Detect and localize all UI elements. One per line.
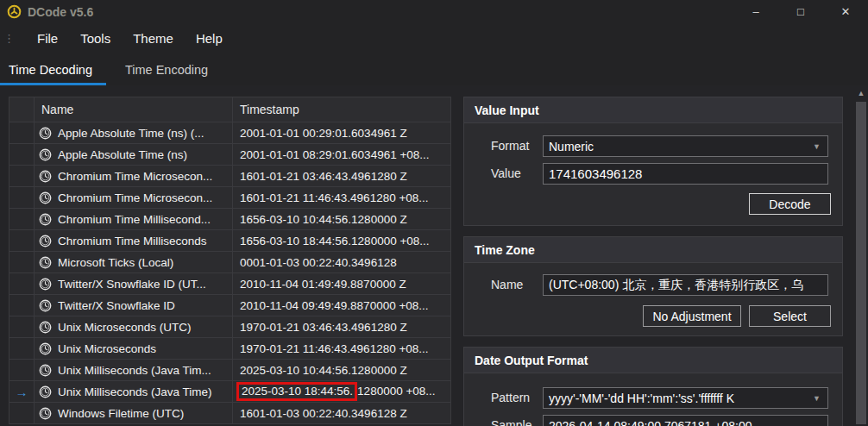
row-name-cell[interactable]: Unix Microseconds — [35, 338, 233, 359]
row-timestamp-cell[interactable]: 2010-11-04 01:49:49.8870000 Z — [233, 273, 450, 294]
row-timestamp-cell[interactable]: 2001-01-01 08:29:01.6034961 +08... — [233, 144, 450, 165]
row-name-text: Unix Milliseconds (Java Time) — [58, 385, 212, 398]
row-selector-cell[interactable] — [9, 273, 35, 294]
minimize-button[interactable]: – — [733, 0, 778, 23]
table-row[interactable]: Apple Absolute Time (ns) 2001-01-01 08:2… — [9, 144, 451, 166]
row-timestamp-text: 1970-01-21 03:46:43.4961280 Z — [240, 321, 407, 334]
row-name-cell[interactable]: Chromium Time Millisecond... — [35, 209, 233, 229]
row-name-cell[interactable]: Unix Milliseconds (Java Tim... — [35, 360, 233, 380]
row-name-cell[interactable]: Twitter/X Snowflake ID (UT... — [35, 273, 233, 294]
row-name-cell[interactable]: Microsoft Ticks (Local) — [35, 252, 233, 273]
row-timestamp-cell[interactable]: 2010-11-04 09:49:49.8870000 +08... — [233, 295, 450, 316]
row-selector-cell[interactable] — [9, 187, 35, 208]
time-zone-name-field[interactable]: (UTC+08:00) 北京，重庆，香港特别行政区，乌 — [543, 274, 828, 296]
sample-label: Sample — [491, 418, 531, 426]
menu-item-help[interactable]: Help — [196, 31, 223, 46]
select-button[interactable]: Select — [749, 305, 831, 327]
menu-overflow-icon[interactable]: ⋮ — [3, 32, 15, 45]
value-input[interactable]: 1741603496128 — [543, 163, 828, 185]
row-name-cell[interactable]: Chromium Time Microsecon... — [35, 187, 233, 208]
row-name-cell[interactable]: Apple Absolute Time (ns) (... — [35, 122, 233, 143]
row-selector-cell[interactable] — [9, 252, 35, 273]
row-selector-cell[interactable] — [9, 209, 35, 229]
format-dropdown[interactable]: Numeric ▼ — [543, 135, 828, 157]
value-input-title: Value Input — [464, 97, 842, 123]
clock-icon — [39, 363, 53, 377]
tab-time-decoding[interactable]: Time Decoding — [0, 53, 101, 85]
column-header-timestamp[interactable]: Timestamp — [233, 97, 450, 122]
close-button[interactable]: ✕ — [823, 0, 868, 23]
table-row[interactable]: Unix Milliseconds (Java Tim... 2025-03-1… — [9, 360, 451, 381]
time-zone-name-label: Name — [491, 278, 523, 291]
row-timestamp-cell[interactable]: 2001-01-01 00:29:01.6034961 Z — [233, 122, 450, 143]
table-row[interactable]: Chromium Time Milliseconds 1656-03-10 18… — [9, 230, 451, 252]
row-timestamp-cell[interactable]: 1970-01-21 11:46:43.4961280 +08... — [233, 338, 450, 359]
clock-icon — [39, 406, 53, 420]
row-selector-cell[interactable] — [9, 403, 35, 423]
row-timestamp-cell[interactable]: 1970-01-21 03:46:43.4961280 Z — [233, 316, 450, 337]
table-row[interactable]: Chromium Time Microsecon... 1601-01-21 1… — [9, 187, 451, 209]
tab-time-encoding[interactable]: Time Encoding — [116, 53, 217, 85]
decode-button[interactable]: Decode — [749, 193, 831, 215]
format-label: Format — [491, 139, 529, 153]
row-timestamp-cell[interactable]: 1601-01-21 11:46:43.4961280 +08... — [233, 187, 450, 208]
row-selector-cell[interactable] — [9, 338, 35, 359]
row-selector-cell[interactable] — [9, 144, 35, 165]
table-row[interactable]: Unix Microseconds (UTC) 1970-01-21 03:46… — [9, 316, 451, 338]
row-name-text: Chromium Time Millisecond... — [58, 213, 211, 226]
row-timestamp-cell[interactable]: 1656-03-10 18:44:56.1280000 +08... — [233, 230, 450, 251]
table-row[interactable]: → Unix Milliseconds (Java Time) 2025-03-… — [9, 381, 451, 403]
chevron-down-icon: ▼ — [813, 142, 821, 151]
row-selector-cell[interactable] — [9, 230, 35, 251]
row-selector-cell[interactable]: → — [9, 381, 35, 402]
row-selector-cell[interactable] — [9, 360, 35, 380]
row-name-cell[interactable]: Chromium Time Milliseconds — [35, 230, 233, 251]
scroll-up-icon[interactable]: ▲ — [854, 87, 868, 99]
table-row[interactable]: Unix Microseconds 1970-01-21 11:46:43.49… — [9, 338, 451, 360]
table-row[interactable]: Twitter/X Snowflake ID (UT... 2010-11-04… — [9, 273, 451, 295]
table-row[interactable]: Microsoft Ticks (Local) 0001-01-03 00:22… — [9, 252, 451, 273]
row-timestamp-cell[interactable]: 1601-01-21 03:46:43.4961280 Z — [233, 166, 450, 186]
red-annotation-box: 2025-03-10 18:44:56. — [236, 382, 357, 401]
row-selector-cell[interactable] — [9, 122, 35, 143]
table-row[interactable]: Windows Filetime (UTC) 1601-01-03 00:22:… — [9, 403, 451, 424]
row-timestamp-text: 2025-03-10 18:44:56.1280000 +08... — [240, 385, 436, 398]
time-zone-name-value: (UTC+08:00) 北京，重庆，香港特别行政区，乌 — [549, 278, 803, 293]
row-timestamp-cell[interactable]: 1601-01-03 00:22:40.3496128 Z — [233, 403, 450, 423]
clock-icon — [39, 277, 53, 291]
table-row[interactable]: Apple Absolute Time (ns) (... 2001-01-01… — [9, 122, 451, 144]
vertical-scrollbar[interactable]: ▲ — [854, 85, 868, 426]
table-row[interactable]: Chromium Time Millisecond... 1656-03-10 … — [9, 209, 451, 230]
row-name-text: Unix Microseconds (UTC) — [58, 321, 192, 334]
row-name-cell[interactable]: Apple Absolute Time (ns) — [35, 144, 233, 165]
table-row[interactable]: Chromium Time Microsecon... 1601-01-21 0… — [9, 166, 451, 187]
row-name-cell[interactable]: Twitter/X Snowflake ID — [35, 295, 233, 316]
row-selector-cell[interactable] — [9, 295, 35, 316]
row-selector-cell[interactable] — [9, 316, 35, 337]
row-name-text: Unix Milliseconds (Java Tim... — [58, 364, 211, 377]
row-timestamp-cell[interactable]: 2025-03-10 10:44:56.1280000 Z — [233, 360, 450, 380]
column-header-name[interactable]: Name — [35, 97, 233, 122]
menu-item-file[interactable]: File — [37, 31, 58, 46]
row-name-cell[interactable]: Unix Microseconds (UTC) — [35, 316, 233, 337]
row-selector-cell[interactable] — [9, 166, 35, 186]
pattern-dropdown[interactable]: yyyy'-'MM'-'dd HH':'mm':'ss'.'fffffff K … — [543, 387, 828, 409]
menu-item-tools[interactable]: Tools — [80, 31, 110, 46]
row-timestamp-cell[interactable]: 0001-01-03 00:22:40.3496128 — [233, 252, 450, 273]
row-timestamp-text: 2010-11-04 01:49:49.8870000 Z — [240, 278, 406, 291]
table-row[interactable]: Twitter/X Snowflake ID 2010-11-04 09:49:… — [9, 295, 451, 316]
scrollbar-thumb[interactable] — [856, 102, 866, 424]
row-timestamp-text: 1601-01-21 03:46:43.4961280 Z — [240, 170, 407, 183]
row-name-cell[interactable]: Chromium Time Microsecon... — [35, 166, 233, 186]
no-adjustment-button[interactable]: No Adjustment — [643, 305, 741, 327]
menu-item-theme[interactable]: Theme — [133, 31, 173, 46]
time-zone-group: Time Zone Name (UTC+08:00) 北京，重庆，香港特别行政区… — [463, 236, 843, 336]
pattern-dropdown-value: yyyy'-'MM'-'dd HH':'mm':'ss'.'fffffff K — [549, 392, 734, 405]
row-timestamp-cell[interactable]: 1656-03-10 10:44:56.1280000 Z — [233, 209, 450, 229]
maximize-button[interactable]: □ — [778, 0, 823, 23]
sample-field[interactable]: 2026-04-14 08:49:00.7067181 +08:00 — [543, 415, 828, 426]
row-name-cell[interactable]: Windows Filetime (UTC) — [35, 403, 233, 423]
value-label: Value — [491, 166, 521, 180]
row-name-cell[interactable]: Unix Milliseconds (Java Time) — [35, 381, 233, 402]
row-timestamp-cell[interactable]: 2025-03-10 18:44:56.1280000 +08... — [233, 381, 450, 402]
